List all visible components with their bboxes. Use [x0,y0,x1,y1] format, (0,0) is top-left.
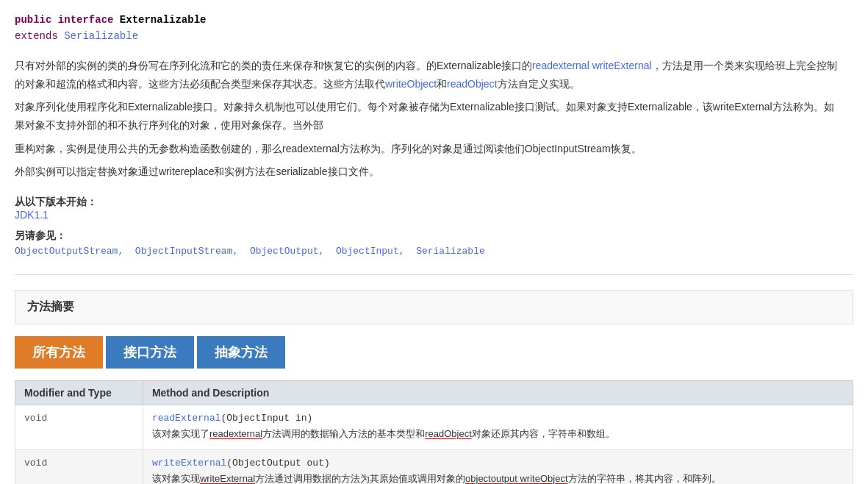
modifier-value-1: void [24,413,47,424]
extends-link[interactable]: Serializable [64,30,138,42]
class-declaration: public interface Externalizable extends … [15,12,853,45]
since-label: 从以下版本开始： [15,196,97,207]
method-table: Modifier and Type Method and Description… [15,380,853,484]
see-also-objectoutput[interactable]: ObjectOutput [250,246,319,257]
since-value[interactable]: JDK1.1 [15,209,49,221]
desc-para4: 外部实例可以指定替换对象通过writereplace和实例方法在serializ… [15,163,853,181]
btn-interface-methods[interactable]: 接口方法 [106,336,194,369]
writeobject-link[interactable]: writeObject [385,78,437,90]
underline-readobject: readObject [425,428,472,439]
keyword-interface: interface [58,14,114,26]
filter-buttons: 所有方法 接口方法 抽象方法 [15,336,853,369]
page-container: public interface Externalizable extends … [15,12,853,484]
method-link-writeexternal[interactable]: writeExternal [152,458,226,469]
underline-writeexternal: writeExternal [200,473,255,484]
see-also-objectinputstream[interactable]: ObjectInputStream [135,246,233,257]
divider [15,274,853,275]
readexternal-link1[interactable]: readexternal writeExternal [532,60,652,71]
class-name: Externalizable [120,14,207,26]
desc-para1: 只有对外部的实例的类的身份写在序列化流和它的类的责任来保存和恢复它的实例的内容。… [15,57,853,93]
method-cell-1: readExternal(ObjectInput in) 该对象实现了reade… [143,405,853,449]
description-block: 只有对外部的实例的类的身份写在序列化流和它的类的责任来保存和恢复它的实例的内容。… [15,57,853,181]
table-header-row: Modifier and Type Method and Description [15,380,853,405]
since-section: 从以下版本开始： JDK1.1 [15,196,853,221]
keyword-public: public [15,14,51,26]
desc-para3: 重构对象，实例是使用公共的无参数构造函数创建的，那么readexternal方法… [15,140,853,158]
btn-all-methods[interactable]: 所有方法 [15,336,103,369]
see-also-label: 另请参见： [15,229,853,243]
see-also-section: 另请参见： ObjectOutputStream, ObjectInputStr… [15,229,853,257]
modifier-value-2: void [24,458,47,469]
modifier-cell-1: void [15,405,143,449]
method-params-1: (ObjectInput in) [221,413,313,424]
table-row: void readExternal(ObjectInput in) 该对象实现了… [15,405,853,449]
method-desc-1: 该对象实现了readexternal方法调用的数据输入方法的基本类型和readO… [152,427,844,442]
method-cell-2: writeExternal(ObjectOutput out) 该对象实现wri… [143,449,853,484]
declaration-line1: public interface Externalizable [15,12,853,28]
readobject-link[interactable]: readObject [447,78,497,90]
underline-readexternal: readexternal [209,428,262,439]
method-signature-1: readExternal(ObjectInput in) [152,413,844,424]
see-also-objectinput[interactable]: ObjectInput [336,246,399,257]
col-method: Method and Description [143,380,853,405]
col-modifier: Modifier and Type [15,380,143,405]
method-link-readexternal[interactable]: readExternal [152,413,221,424]
underline-objectoutput: objectoutput writeObject [465,473,567,484]
keyword-extends: extends [15,30,58,42]
method-desc-2: 该对象实现writeExternal方法通过调用数据的方法为其原始值或调用对象的… [152,471,844,484]
modifier-cell-2: void [15,449,143,484]
see-also-serializable[interactable]: Serializable [416,246,485,257]
method-summary-section: 方法摘要 [15,290,853,324]
see-also-objectoutputstream[interactable]: ObjectOutputStream [15,246,118,257]
see-also-links: ObjectOutputStream, ObjectInputStream, O… [15,246,853,257]
method-signature-2: writeExternal(ObjectOutput out) [152,458,844,469]
method-params-2: (ObjectOutput out) [226,458,329,469]
btn-abstract-methods[interactable]: 抽象方法 [197,336,285,369]
declaration-line2: extends Serializable [15,28,853,44]
table-row: void writeExternal(ObjectOutput out) 该对象… [15,449,853,484]
desc-para2: 对象序列化使用程序化和Externalizable接口。对象持久机制也可以使用它… [15,98,853,135]
section-title: 方法摘要 [27,299,841,315]
